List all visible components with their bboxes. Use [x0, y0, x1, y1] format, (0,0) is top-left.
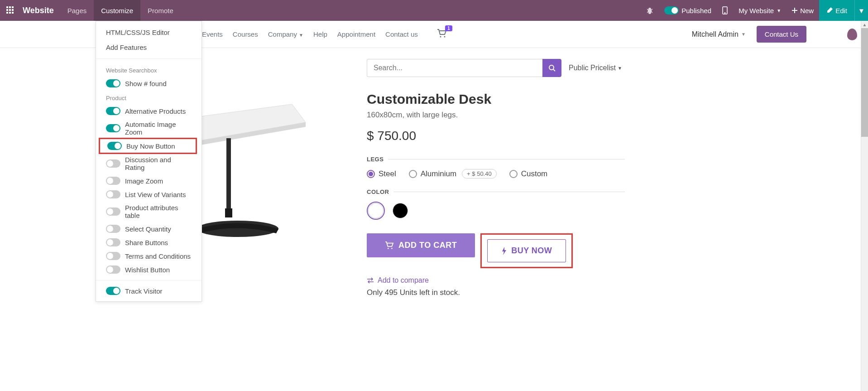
contact-us-button[interactable]: Contact Us: [757, 26, 806, 43]
menu-promote[interactable]: Promote: [140, 0, 181, 21]
legs-option-custom[interactable]: Custom: [509, 169, 548, 179]
buy-now-highlight-box: BUY NOW: [480, 233, 573, 268]
customize-dropdown: HTML/CSS/JS Editor Add Features Website …: [96, 21, 202, 297]
nav-help[interactable]: Help: [313, 30, 327, 38]
odoo-logo-icon: [847, 29, 857, 40]
published-label: Published: [681, 7, 711, 14]
edit-dropdown-caret[interactable]: ▼: [854, 0, 868, 21]
dd-html-editor[interactable]: HTML/CSS/JS Editor: [96, 25, 201, 40]
dd-section-searchbox: Website Searchbox: [96, 63, 201, 77]
svg-point-10: [549, 65, 554, 70]
color-label: COLOR: [367, 188, 625, 195]
legs-label: LEGS: [367, 156, 625, 163]
add-to-compare-link[interactable]: Add to compare: [367, 276, 625, 285]
cart-badge: 1: [445, 25, 452, 31]
scrollbar[interactable]: ▲: [861, 21, 868, 297]
svg-rect-7: [226, 138, 231, 211]
topbar: Website Pages Customize Promote Publishe…: [0, 0, 868, 21]
dd-opt-wishlist-button[interactable]: Wishlist Button: [96, 263, 201, 276]
legs-option-steel[interactable]: Steel: [367, 169, 396, 179]
dd-opt-buy-now-button[interactable]: Buy Now Button: [101, 141, 195, 151]
dd-add-features[interactable]: Add Features: [96, 40, 201, 55]
apps-menu-icon[interactable]: [0, 6, 21, 14]
nav-courses[interactable]: Courses: [233, 30, 258, 38]
product-subtitle: 160x80cm, with large legs.: [367, 111, 625, 120]
product-details-column: Public Pricelist ▼ Customizable Desk 160…: [367, 59, 625, 297]
search-input[interactable]: [367, 59, 542, 77]
mobile-preview-icon[interactable]: [717, 0, 733, 21]
my-website-dropdown[interactable]: My Website▼: [733, 0, 786, 21]
svg-point-3: [444, 36, 445, 37]
legs-option-aluminium[interactable]: Aluminium + $ 50.40: [409, 169, 497, 179]
pricelist-dropdown[interactable]: Public Pricelist ▼: [569, 64, 622, 72]
dd-opt-list-view-of-variants[interactable]: List View of Variants: [96, 188, 201, 201]
new-button[interactable]: New: [786, 0, 819, 21]
dd-opt-terms-and-conditions[interactable]: Terms and Conditions: [96, 249, 201, 263]
edit-button[interactable]: Edit: [819, 0, 854, 21]
svg-point-12: [391, 247, 393, 249]
color-white[interactable]: [367, 202, 385, 220]
dd-show-found[interactable]: Show # found: [96, 77, 201, 90]
dd-opt-select-quantity[interactable]: Select Quantity: [96, 222, 201, 236]
aluminium-extra-price: + $ 50.40: [462, 169, 497, 179]
nav-company[interactable]: Company ▼: [268, 30, 303, 38]
user-menu[interactable]: Mitchell Admin▼: [692, 30, 746, 39]
dd-opt-image-zoom[interactable]: Image Zoom: [96, 174, 201, 188]
stock-text: Only 495 Units left in stock.: [367, 288, 625, 297]
bug-icon[interactable]: [641, 0, 659, 21]
product-price: $ 750.00: [367, 129, 625, 143]
published-toggle[interactable]: Published: [659, 0, 717, 21]
dd-opt-discussion-and-rating[interactable]: Discussion and Rating: [96, 153, 201, 174]
cart-icon[interactable]: 1: [437, 29, 447, 40]
nav-events[interactable]: Events: [202, 30, 223, 38]
color-black[interactable]: [391, 202, 409, 220]
nav-appointment[interactable]: Appointment: [337, 30, 375, 38]
dd-track-visitor[interactable]: Track Visitor: [96, 284, 201, 297]
dd-opt-product-attributes-table[interactable]: Product attributes table: [96, 201, 201, 222]
svg-point-2: [440, 36, 441, 37]
nav-contact-us[interactable]: Contact us: [385, 30, 418, 38]
svg-point-1: [724, 13, 725, 14]
search-box: [367, 59, 561, 77]
dd-opt-share-buttons[interactable]: Share Buttons: [96, 236, 201, 249]
dd-opt-automatic-image-zoom[interactable]: Automatic Image Zoom: [96, 118, 201, 139]
product-title: Customizable Desk: [367, 92, 625, 107]
svg-point-11: [388, 247, 389, 249]
add-to-cart-button[interactable]: ADD TO CART: [367, 233, 475, 257]
buy-now-button[interactable]: BUY NOW: [487, 239, 566, 262]
dd-opt-alternative-products[interactable]: Alternative Products: [96, 104, 201, 118]
svg-rect-8: [225, 208, 232, 217]
search-button[interactable]: [542, 59, 561, 77]
menu-pages[interactable]: Pages: [60, 0, 94, 21]
dd-section-product: Product: [96, 90, 201, 104]
brand[interactable]: Website: [21, 6, 60, 15]
menu-customize[interactable]: Customize: [94, 0, 140, 21]
